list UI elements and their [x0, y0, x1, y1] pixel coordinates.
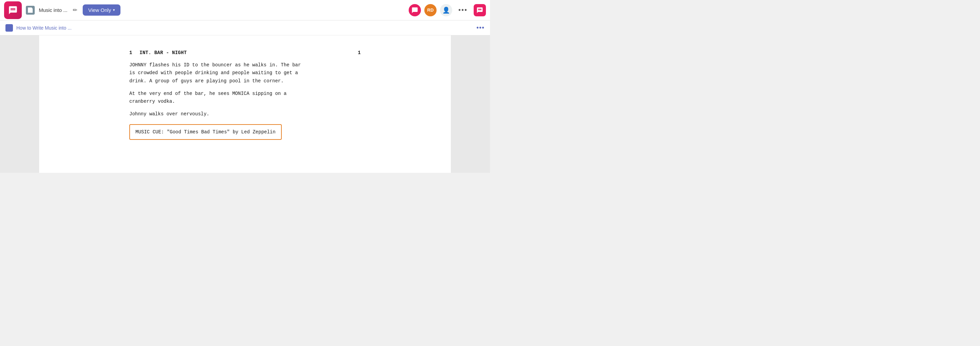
users-button[interactable]: 👤 [440, 4, 452, 16]
action-block-3: Johnny walks over nervously. [129, 110, 361, 118]
logo-button[interactable] [4, 2, 22, 19]
action-block-1: JOHNNY flashes his ID to the bouncer as … [129, 61, 361, 85]
right-panel [451, 35, 490, 173]
music-cue-block: MUSIC CUE: "Good Times Bad Times" by Led… [129, 124, 282, 140]
more-options-button[interactable]: ••• [456, 5, 470, 15]
breadcrumb-text[interactable]: How to Write Music into ... [16, 25, 72, 31]
script-area: 1 INT. BAR - NIGHT 1 JOHNNY flashes his … [39, 35, 451, 173]
document-title: Music into ... [39, 7, 67, 13]
notifications-icon [476, 7, 483, 14]
view-only-label: View Only [88, 7, 111, 13]
logo-icon [8, 5, 18, 15]
left-panel [0, 35, 39, 173]
breadcrumb-bar: How to Write Music into ... ••• [0, 21, 490, 35]
action-text-1: JOHNNY flashes his ID to the bouncer as … [129, 62, 301, 83]
scene-heading-text: INT. BAR - NIGHT [140, 49, 350, 57]
view-only-button[interactable]: View Only ▾ [83, 5, 121, 16]
screenplay: 1 INT. BAR - NIGHT 1 JOHNNY flashes his … [129, 49, 361, 140]
scene-number-right: 1 [350, 49, 361, 57]
users-icon: 👤 [442, 6, 450, 14]
navbar: Music into ... ✏ View Only ▾ RD 👤 ••• [0, 0, 490, 21]
chat-icon [411, 7, 418, 14]
action-text-2: At the very end of the bar, he sees MONI… [129, 91, 286, 104]
notifications-button[interactable] [474, 4, 486, 16]
chevron-down-icon: ▾ [113, 8, 115, 12]
action-text-3: Johnny walks over nervously. [129, 111, 209, 117]
chat-button[interactable] [409, 4, 421, 16]
breadcrumb-icon [5, 24, 13, 32]
action-block-2: At the very end of the bar, he sees MONI… [129, 90, 361, 105]
avatar-initials: RD [427, 8, 434, 13]
document-icon [26, 6, 35, 14]
scene-heading-row: 1 INT. BAR - NIGHT 1 [129, 49, 361, 57]
edit-icon[interactable]: ✏ [72, 5, 79, 14]
user-avatar[interactable]: RD [424, 4, 437, 16]
scene-number-left: 1 [129, 49, 140, 57]
breadcrumb-more-button[interactable]: ••• [476, 24, 485, 32]
nav-right-group: RD 👤 ••• [409, 4, 486, 16]
music-cue-text: MUSIC CUE: "Good Times Bad Times" by Led… [135, 129, 275, 135]
main-content: 1 INT. BAR - NIGHT 1 JOHNNY flashes his … [0, 35, 490, 173]
